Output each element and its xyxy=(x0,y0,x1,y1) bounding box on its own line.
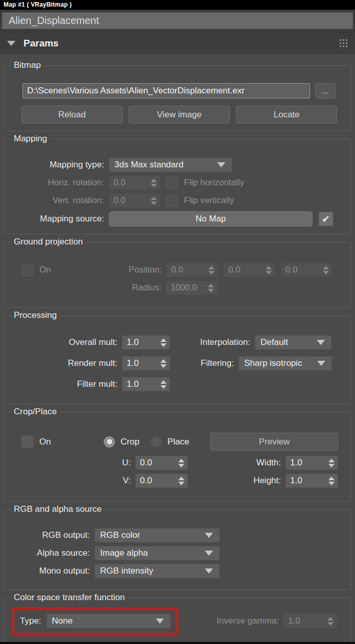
processing-group: Processing Overall mult: 1.0 Interpolati… xyxy=(4,315,351,404)
window-title: Map #1 ( VRayBitmap ) xyxy=(0,0,355,10)
mapping-source-label: Mapping source: xyxy=(4,214,109,224)
params-rollout-header[interactable]: Params xyxy=(0,32,355,54)
processing-legend: Processing xyxy=(11,310,60,320)
rgb-output-label: RGB output: xyxy=(4,530,94,540)
render-mult-label: Render mult: xyxy=(4,358,122,368)
radius-spinner: 1000.0 xyxy=(166,281,218,295)
mapping-type-label: Mapping type: xyxy=(4,160,109,170)
interpolation-label: Interpolation: xyxy=(170,337,255,348)
filtering-label: Filtering: xyxy=(170,358,239,368)
chevron-down-icon xyxy=(217,162,225,167)
crop-place-legend: Crop/Place xyxy=(11,407,60,417)
colorspace-legend: Color space transfer function xyxy=(11,592,128,603)
crop-on-checkbox[interactable] xyxy=(21,436,33,448)
spinner-arrows-icon[interactable] xyxy=(325,477,338,485)
chevron-down-icon xyxy=(205,533,213,538)
inverse-gamma-label: Inverse gamma: xyxy=(178,616,283,626)
crop-radio-label: Crop xyxy=(121,437,139,447)
chevron-down-icon xyxy=(205,551,213,556)
mapping-source-button[interactable]: No Map xyxy=(109,211,313,227)
vert-rotation-spinner: 0.0 xyxy=(109,193,160,208)
crop-place-group: Crop/Place On Crop Place Preview U: 0.0 … xyxy=(4,412,351,502)
view-image-button[interactable]: View image xyxy=(129,106,230,123)
spinner-arrows-icon[interactable] xyxy=(325,459,338,467)
spinner-arrows-icon[interactable] xyxy=(157,359,170,368)
radius-label: Radius: xyxy=(65,283,166,293)
mapping-group: Mapping Mapping type: 3ds Max standard H… xyxy=(4,139,351,234)
inverse-gamma-spinner: 1.0 xyxy=(283,614,337,628)
interpolation-dropdown[interactable]: Default xyxy=(255,335,332,350)
bitmap-group: Bitmap D:\Scenes\Various Assets\Alien_Ve… xyxy=(4,65,351,131)
alpha-source-dropdown[interactable]: Image alpha xyxy=(94,546,220,560)
rollout-collapse-icon[interactable] xyxy=(7,41,15,46)
crop-on-label: On xyxy=(39,437,65,447)
position-label: Position: xyxy=(66,265,167,275)
mapping-group-legend: Mapping xyxy=(11,134,50,144)
ground-on-checkbox xyxy=(21,264,33,276)
bitmap-path-field[interactable]: D:\Scenes\Various Assets\Alien_VectorDis… xyxy=(22,83,310,98)
place-radio-label: Place xyxy=(168,437,190,447)
mono-output-label: Mono output: xyxy=(4,566,94,576)
ground-on-label: On xyxy=(39,265,66,275)
flip-vertically-checkbox xyxy=(166,195,178,207)
flip-horizontally-label: Flip horizontally xyxy=(184,178,249,188)
position-x-spinner: 0.0 xyxy=(167,263,218,277)
drag-handle-icon[interactable] xyxy=(340,39,348,47)
crop-radio[interactable] xyxy=(104,436,115,448)
vert-rotation-label: Vert. rotation: xyxy=(4,195,109,206)
vray-bitmap-panel: Map #1 ( VRayBitmap ) Alien_Displacement… xyxy=(0,0,355,644)
spinner-arrows-icon xyxy=(320,266,332,275)
height-spinner[interactable]: 1.0 xyxy=(286,474,338,488)
flip-horizontally-checkbox xyxy=(166,177,178,189)
colorspace-group: Color space transfer function Type: None… xyxy=(4,598,351,643)
render-mult-spinner[interactable]: 1.0 xyxy=(122,356,170,370)
reload-button[interactable]: Reload xyxy=(21,106,123,123)
u-spinner[interactable]: 0.0 xyxy=(135,456,188,470)
spinner-arrows-icon[interactable] xyxy=(157,338,170,347)
rgb-alpha-legend: RGB and alpha source xyxy=(11,504,105,514)
locate-button[interactable]: Locate xyxy=(236,106,337,123)
spinner-arrows-icon xyxy=(148,179,160,187)
chevron-down-icon xyxy=(156,618,164,624)
spinner-arrows-icon[interactable] xyxy=(157,380,170,389)
v-label: V: xyxy=(4,476,135,486)
colorspace-highlight: Type: None xyxy=(12,607,178,635)
overall-mult-label: Overall mult: xyxy=(4,337,122,348)
filter-mult-spinner[interactable]: 1.0 xyxy=(122,377,170,391)
browse-button[interactable]: ... xyxy=(315,83,336,98)
filtering-dropdown[interactable]: Sharp isotropic xyxy=(239,356,332,370)
position-z-spinner: 0.0 xyxy=(281,263,333,277)
alpha-source-label: Alpha source: xyxy=(4,548,94,558)
chevron-down-icon xyxy=(317,340,325,345)
rgb-output-dropdown[interactable]: RGB color xyxy=(94,528,220,542)
ground-projection-group: Ground projection On Position: 0.0 0.0 0… xyxy=(4,242,351,308)
ground-projection-legend: Ground projection xyxy=(11,237,86,247)
width-spinner[interactable]: 1.0 xyxy=(286,456,338,470)
params-content: Bitmap D:\Scenes\Various Assets\Alien_Ve… xyxy=(0,54,355,643)
spinner-arrows-icon[interactable] xyxy=(175,459,187,467)
preview-button[interactable]: Preview xyxy=(210,433,338,451)
position-y-spinner: 0.0 xyxy=(224,263,275,277)
spinner-arrows-icon xyxy=(263,266,275,275)
v-spinner[interactable]: 0.0 xyxy=(135,474,188,488)
chevron-down-icon xyxy=(205,568,213,574)
mapping-source-checkbox[interactable]: ✔ xyxy=(319,212,333,226)
spinner-arrows-icon xyxy=(205,266,218,275)
spinner-arrows-icon xyxy=(148,196,160,205)
type-dropdown[interactable]: None xyxy=(46,614,171,628)
spinner-arrows-icon xyxy=(324,617,337,626)
horiz-rotation-label: Horiz. rotation: xyxy=(4,178,109,188)
mono-output-dropdown[interactable]: RGB intensity xyxy=(94,564,220,578)
overall-mult-spinner[interactable]: 1.0 xyxy=(122,335,170,350)
spinner-arrows-icon[interactable] xyxy=(175,477,187,485)
type-label: Type: xyxy=(20,616,46,626)
width-label: Width: xyxy=(188,458,286,468)
rgb-alpha-group: RGB and alpha source RGB output: RGB col… xyxy=(4,509,351,590)
map-name-input[interactable]: Alien_Displacement xyxy=(2,12,353,29)
mapping-type-dropdown[interactable]: 3ds Max standard xyxy=(109,158,232,172)
chevron-down-icon xyxy=(317,361,325,366)
place-radio[interactable] xyxy=(151,436,162,448)
u-label: U: xyxy=(4,458,135,468)
rollout-title: Params xyxy=(23,38,59,49)
spinner-arrows-icon xyxy=(205,284,217,292)
